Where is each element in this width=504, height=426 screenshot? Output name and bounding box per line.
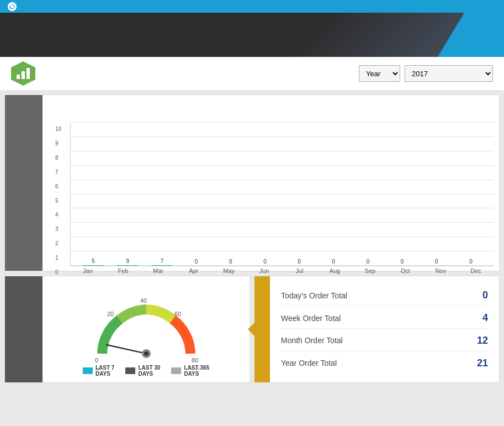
chart-area: 0 1 2 3 4 5 6 7 8 9 10 5 9 7 0 0	[43, 95, 499, 271]
bar-value-5: 0	[263, 259, 267, 265]
svg-text:40: 40	[140, 297, 146, 304]
logo-icon	[11, 61, 35, 86]
svg-rect-1	[17, 75, 20, 79]
bar-value-8: 0	[367, 259, 370, 265]
bar-value-2: 7	[161, 258, 164, 264]
x-label-jun: Jun	[247, 267, 282, 274]
bar-2	[151, 265, 172, 266]
bar-group-7: 0	[316, 259, 351, 266]
bar-group-6: 0	[282, 259, 316, 266]
svg-rect-3	[26, 68, 30, 79]
gauge-svg: 0 20 40 60 80 0 100	[86, 287, 207, 370]
overall-section: 0 1 2 3 4 5 6 7 8 9 10 5 9 7 0 0	[4, 94, 500, 271]
svg-text:20: 20	[107, 311, 113, 317]
bars-container: 5 9 7 0 0 0 0 0 0 0	[71, 123, 494, 266]
y-label-0: 0	[55, 269, 59, 275]
history-value-0: 0	[482, 290, 488, 301]
x-label-feb: Feb	[105, 267, 141, 274]
gauge-area: 0 20 40 60 80 0 100 LAST 7DAYS	[43, 276, 250, 382]
y-label-6: 6	[55, 183, 59, 189]
history-label-0: Today's Order Total	[281, 291, 347, 300]
x-label-jan: Jan	[70, 267, 105, 274]
bar-chart: 0 1 2 3 4 5 6 7 8 9 10 5 9 7 0 0	[43, 101, 494, 266]
y-label-5: 5	[55, 197, 59, 203]
x-label-mar: Mar	[141, 267, 176, 274]
filter-area: Year Month Week 2017 2016 2015 2018	[359, 65, 493, 82]
history-row-3: Year Order Total 21	[281, 353, 488, 374]
bar-0	[83, 265, 104, 266]
svg-text:80: 80	[191, 357, 198, 364]
bar-value-10: 0	[435, 259, 438, 265]
y-label-2: 2	[55, 240, 59, 246]
bar-group-1: 9	[110, 258, 145, 266]
bar-value-6: 0	[298, 259, 301, 265]
bar-value-9: 0	[401, 259, 404, 265]
bar-group-5: 0	[248, 259, 282, 266]
history-row-1: Week Order Total 4	[281, 308, 488, 329]
y-label-7: 7	[55, 169, 59, 175]
overall-label	[5, 95, 43, 271]
bar-group-3: 0	[179, 259, 214, 266]
svg-line-4	[107, 345, 146, 354]
history-label-2: Month Order Total	[281, 336, 343, 345]
history-value-2: 12	[477, 335, 488, 346]
bar-value-3: 0	[195, 259, 198, 265]
bar-group-4: 0	[214, 259, 248, 266]
bar-group-8: 0	[351, 259, 385, 266]
refresh-icon	[8, 2, 17, 11]
bar-group-2: 7	[145, 258, 179, 266]
year-select[interactable]: 2017 2016 2015 2018	[405, 65, 493, 82]
history-label-1: Week Order Total	[281, 314, 341, 323]
history-label-3: Year Order Total	[281, 359, 337, 367]
y-label-1: 1	[55, 255, 59, 261]
logo-filter-bar: Year Month Week 2017 2016 2015 2018	[0, 57, 504, 90]
history-value-3: 21	[477, 357, 488, 369]
bar-chart-inner: 0 1 2 3 4 5 6 7 8 9 10 5 9 7 0 0	[70, 123, 494, 266]
gauge-container: 0 20 40 60 80 0 100	[86, 287, 207, 359]
x-label-apr: Apr	[176, 267, 211, 274]
y-label-9: 9	[55, 140, 59, 146]
history-row-2: Month Order Total 12	[281, 330, 488, 351]
x-label-nov: Nov	[423, 267, 458, 274]
x-label-may: May	[211, 267, 247, 274]
x-labels: JanFebMarAprMayJunJulAugSepOctNovDec	[43, 267, 494, 274]
bar-value-11: 0	[469, 259, 473, 265]
svg-text:100: 100	[190, 367, 199, 370]
order-history-label	[254, 276, 270, 382]
svg-text:60: 60	[174, 311, 181, 317]
y-label-3: 3	[55, 226, 59, 232]
svg-point-6	[144, 351, 148, 356]
order-history-panel: Today's Order Total 0 Week Order Total 4…	[254, 276, 500, 383]
y-label-10: 10	[55, 126, 61, 132]
bar-group-10: 0	[420, 259, 454, 266]
svg-rect-2	[22, 71, 25, 79]
order-trend-label	[5, 276, 43, 382]
y-label-4: 4	[55, 212, 59, 218]
bar-value-7: 0	[332, 259, 336, 265]
header	[0, 13, 504, 57]
top-bar[interactable]	[0, 0, 504, 13]
x-label-jul: Jul	[282, 267, 317, 274]
bar-value-4: 0	[229, 259, 232, 265]
svg-text:0: 0	[94, 357, 98, 364]
y-label-8: 8	[55, 154, 59, 160]
history-value-1: 4	[482, 312, 488, 324]
x-label-dec: Dec	[458, 267, 494, 274]
history-row-0: Today's Order Total 0	[281, 285, 488, 306]
bar-value-1: 9	[126, 258, 129, 264]
bar-group-11: 0	[454, 259, 488, 266]
bar-1	[117, 265, 138, 266]
svg-text:0: 0	[96, 367, 99, 370]
period-select[interactable]: Year Month Week	[359, 65, 400, 82]
x-label-sep: Sep	[352, 267, 388, 274]
order-trend-panel: 0 20 40 60 80 0 100 LAST 7DAYS	[4, 276, 250, 383]
x-label-aug: Aug	[317, 267, 352, 274]
bottom-section: 0 20 40 60 80 0 100 LAST 7DAYS	[4, 276, 500, 383]
svg-marker-0	[10, 6, 12, 8]
history-content: Today's Order Total 0 Week Order Total 4…	[270, 276, 499, 382]
x-label-oct: Oct	[388, 267, 423, 274]
bar-value-0: 5	[92, 258, 95, 264]
bar-group-9: 0	[385, 259, 420, 266]
bar-group-0: 5	[76, 258, 110, 266]
chart-grid: 0 1 2 3 4 5 6 7 8 9 10 5 9 7 0 0	[70, 123, 494, 266]
